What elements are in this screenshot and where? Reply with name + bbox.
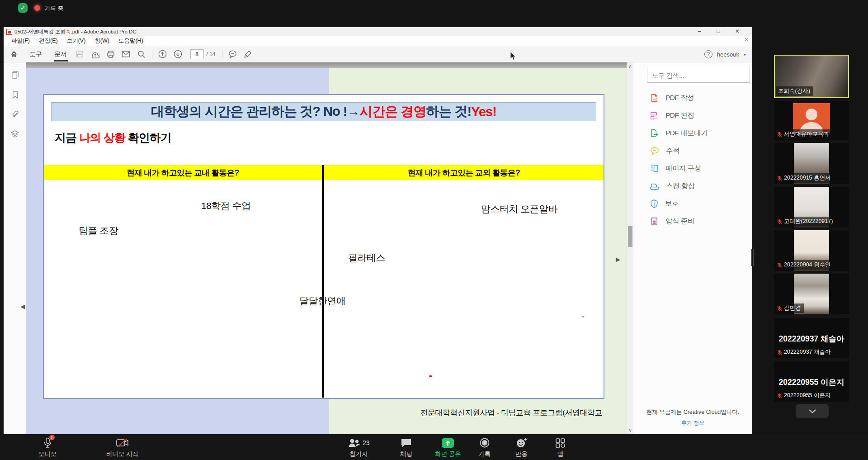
- minimize-button[interactable]: –: [692, 27, 707, 36]
- menu-help[interactable]: 도움말(H): [114, 36, 147, 46]
- security-shield-icon[interactable]: ✓: [18, 3, 28, 13]
- scroll-down-icon[interactable]: ᴠ: [627, 428, 633, 433]
- zoom-control-bar: ! 오디오 ⌃ 비디오 시작 23 참가자 ⌃ 채팅 화면 공유: [0, 434, 868, 460]
- maximize-button[interactable]: □: [711, 27, 726, 36]
- muted-mic-icon: [777, 262, 782, 268]
- tool-organize-pages[interactable]: 페이지 구성: [650, 161, 749, 175]
- muted-mic-icon: [777, 393, 782, 398]
- record-icon: [479, 437, 490, 448]
- slide-content-box: 대학생의 시간은 관리하는 것? No !→ 시간은 경영 하는 것! Yes!…: [43, 94, 604, 399]
- vertical-scrollbar[interactable]: ᴧ ᴠ: [627, 62, 633, 434]
- tab-tools[interactable]: 도구: [24, 47, 47, 62]
- participant-tile[interactable]: 김민경: [774, 274, 849, 314]
- participant-name-label: 202220955 이은지: [775, 391, 834, 400]
- menubar-close-icon[interactable]: ✕: [744, 37, 749, 43]
- video-button[interactable]: 비디오 시작: [106, 437, 138, 458]
- create-pdf-icon: [650, 93, 659, 103]
- acrobat-toolbar: 홈 도구 문서 8 / 14 ? heesouk ▾: [4, 46, 752, 62]
- tools-search-input[interactable]: [647, 68, 750, 83]
- tool-protect[interactable]: 보호: [650, 197, 749, 210]
- menu-view[interactable]: 보기(V): [63, 36, 90, 46]
- slide-title-seg: Yes!: [471, 104, 496, 119]
- pdf-page: 대학생의 시간은 관리하는 것? No !→ 시간은 경영 하는 것! Yes!…: [26, 68, 627, 434]
- slide-title: 대학생의 시간은 관리하는 것? No !→ 시간은 경영 하는 것! Yes!: [51, 102, 596, 121]
- tool-edit-pdf[interactable]: PDF 편집: [650, 109, 749, 122]
- tool-create-pdf[interactable]: PDF 작성: [650, 91, 749, 104]
- print-icon[interactable]: [103, 48, 118, 60]
- slide-subtitle: 지금 나의 상황 확인하기: [55, 130, 171, 145]
- close-button[interactable]: ✕: [730, 27, 745, 36]
- save-icon[interactable]: [72, 48, 88, 60]
- more-info-link[interactable]: 추가 정보: [633, 419, 752, 427]
- chevron-down-icon: [809, 409, 816, 413]
- scroll-up-icon[interactable]: ᴧ: [627, 64, 633, 69]
- participant-tile[interactable]: 202220904 왕수인: [774, 230, 849, 271]
- help-icon[interactable]: ?: [704, 50, 712, 58]
- camera-off-icon: [116, 438, 129, 448]
- viewer-gap: [26, 62, 633, 68]
- muted-mic-icon: [777, 132, 782, 137]
- participant-tile[interactable]: 조희숙(강사): [774, 55, 849, 98]
- reactions-icon: [516, 437, 528, 448]
- previous-page-arrow[interactable]: ◀: [20, 303, 25, 310]
- menu-edit[interactable]: 편집(E): [35, 36, 62, 46]
- highlighter-icon[interactable]: [241, 48, 256, 60]
- record-button[interactable]: 기록: [478, 437, 491, 458]
- tool-enhance-scans[interactable]: 스캔 향상: [650, 179, 749, 193]
- page-up-icon[interactable]: [155, 48, 170, 60]
- tool-export-pdf[interactable]: PDF 내보내기: [650, 126, 749, 140]
- participants-count: 23: [363, 439, 370, 446]
- next-page-arrow[interactable]: ▶: [616, 256, 620, 263]
- participant-tile[interactable]: 202220937 채슬아 202220937 채슬아: [774, 318, 849, 358]
- participant-name-label: 조희숙(강사): [776, 86, 813, 96]
- slide-item: 18학점 수업: [201, 199, 251, 212]
- pdf-viewer[interactable]: 대학생의 시간은 관리하는 것? No !→ 시간은 경영 하는 것! Yes!…: [26, 62, 633, 434]
- left-column-header: 현재 내가 하고있는 교내 활동은?: [44, 165, 322, 180]
- share-screen-button[interactable]: 화면 공유: [435, 437, 461, 458]
- muted-mic-icon: [777, 219, 782, 224]
- audio-button[interactable]: ! 오디오: [38, 437, 57, 458]
- pdf-file-icon: [6, 29, 12, 35]
- email-icon[interactable]: [118, 48, 134, 60]
- tab-document[interactable]: 문서: [49, 47, 72, 62]
- scrollbar-thumb[interactable]: [628, 226, 632, 247]
- participant-name-label: 202220937 채슬아: [775, 347, 834, 357]
- panel-resize-grip[interactable]: [751, 249, 754, 266]
- bookmarks-icon[interactable]: [4, 87, 26, 102]
- ink-mark: [582, 316, 584, 318]
- attachments-icon[interactable]: [4, 107, 26, 122]
- page-thumbnails-icon[interactable]: [4, 67, 26, 82]
- zoom-top-bar: ✓ 기록 중 보기: [0, 0, 868, 15]
- participant-name-label: 202220915 홍연서: [775, 173, 834, 183]
- participant-tile[interactable]: 202220955 이은지 202220955 이은지: [774, 361, 849, 402]
- slide-item: 맘스터치 오픈알바: [481, 203, 557, 215]
- share-cloud-icon[interactable]: [88, 48, 103, 60]
- participants-button[interactable]: 23 참가자: [348, 437, 370, 458]
- more-participants-button[interactable]: [796, 404, 829, 418]
- tool-prepare-form[interactable]: 양식 준비: [650, 214, 749, 228]
- muted-mic-icon: [777, 306, 782, 311]
- slide-footer: 전문대학혁신지원사업 - 디딤교육 프로그램(서영대학교: [420, 408, 603, 418]
- tool-comment[interactable]: 주석: [650, 144, 749, 157]
- tab-home[interactable]: 홈: [5, 47, 23, 62]
- muted-mic-icon: [777, 175, 782, 181]
- page-down-icon[interactable]: [170, 48, 186, 60]
- right-column-header: 현재 내가 하고있는 교외 활동은?: [324, 165, 604, 180]
- participant-tile[interactable]: 202220915 홍연서: [774, 143, 849, 184]
- participant-tile[interactable]: 고대완(202220917): [774, 187, 849, 228]
- slide-item: 달달한연애: [299, 294, 346, 307]
- participant-name-label: 서영대유아교육과: [775, 129, 832, 139]
- reactions-button[interactable]: 반응: [515, 437, 528, 458]
- search-icon[interactable]: [134, 48, 149, 60]
- chat-button[interactable]: 채팅: [400, 437, 412, 458]
- page-number-input[interactable]: 8: [190, 49, 204, 59]
- acrobat-title-bar[interactable]: 0502-서영대특강 조희숙.pdf - Adobe Acrobat Pro D…: [4, 27, 752, 36]
- apps-icon: [555, 438, 566, 448]
- apps-button[interactable]: 앱: [555, 437, 566, 458]
- layers-icon[interactable]: [4, 127, 26, 142]
- comment-bubble-icon[interactable]: [225, 48, 241, 60]
- menu-window[interactable]: 창(W): [90, 36, 113, 46]
- participant-tile[interactable]: 서영대유아교육과: [774, 101, 849, 140]
- menu-file[interactable]: 파일(F): [7, 36, 34, 46]
- account-user-name[interactable]: heesouk: [717, 51, 739, 58]
